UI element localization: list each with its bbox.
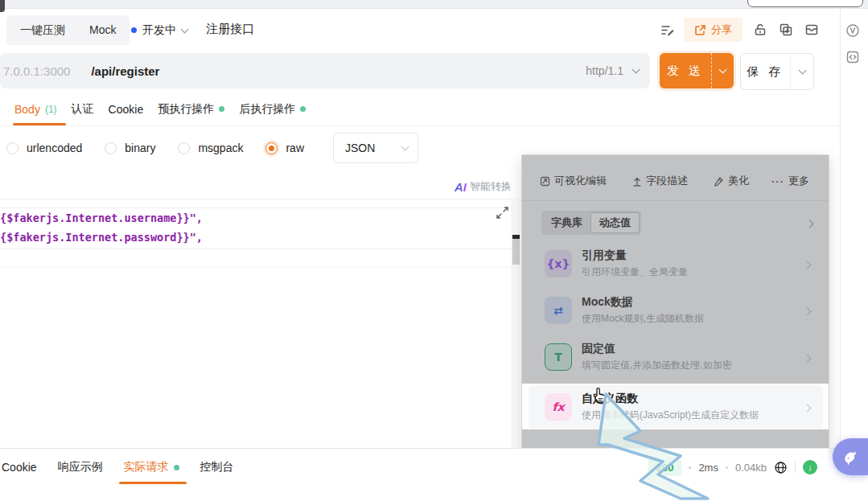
- ai-convert-button[interactable]: AI 智能转换: [0, 175, 512, 198]
- green-dot: [219, 106, 224, 112]
- share-button[interactable]: 分享: [684, 18, 743, 42]
- send-button[interactable]: 发 送: [660, 53, 734, 88]
- editor-scrollbar-thumb[interactable]: [512, 239, 520, 265]
- tutorial-dim-overlay-bottom: [522, 429, 829, 449]
- download-response-button[interactable]: ↓: [803, 460, 817, 474]
- window-remnant-left: [0, 0, 5, 12]
- protocol-value: http/1.1: [586, 64, 623, 77]
- radio-raw-label[interactable]: raw: [286, 142, 304, 154]
- send-dropdown[interactable]: [712, 53, 734, 88]
- active-tab-underline: [13, 123, 66, 125]
- green-dot: [174, 465, 179, 470]
- item-title: 自定义函数: [582, 392, 759, 406]
- status-select[interactable]: 开发中: [131, 15, 187, 45]
- item-desc: 使用脚本代码(JavaScript)生成自定义数据: [582, 409, 759, 422]
- tab-actual-request[interactable]: 实际请求: [124, 460, 179, 474]
- chevron-down-icon: [798, 67, 806, 75]
- tab-mock[interactable]: Mock: [77, 15, 128, 45]
- url-path: /api/register: [91, 64, 159, 78]
- tab-auth[interactable]: 认证: [72, 92, 94, 125]
- save-dropdown[interactable]: [791, 54, 813, 89]
- format-select[interactable]: JSON: [333, 133, 418, 163]
- unlock-icon[interactable]: [753, 23, 767, 37]
- save-label: 保 存: [741, 54, 791, 89]
- radio-urlencoded[interactable]: [6, 142, 19, 154]
- chevron-right-icon: [804, 400, 810, 413]
- green-dot: [300, 106, 306, 112]
- version-icon[interactable]: [845, 23, 860, 38]
- request-tabs: Body (1) 认证 Cookie 预执行操作 后执行操作: [0, 92, 840, 126]
- custom-function-icon: fx: [545, 393, 572, 421]
- tutorial-dim-overlay-top: [522, 155, 829, 384]
- body-type-options: urlencoded binary msgpack raw JSON: [6, 133, 418, 163]
- tab-response-cookie[interactable]: Cookie: [2, 461, 37, 474]
- response-time: 2ms: [698, 462, 718, 474]
- radio-msgpack-label[interactable]: msgpack: [198, 142, 243, 154]
- editor-divider: [0, 199, 512, 199]
- response-meta: 200 2ms 0.04kb ↓: [648, 459, 817, 476]
- separator-dot: [726, 466, 728, 469]
- item-text: 自定义函数 使用脚本代码(JavaScript)生成自定义数据: [582, 392, 759, 422]
- chevron-down-icon: [719, 66, 727, 74]
- tab-cookie[interactable]: Cookie: [109, 92, 144, 125]
- code-line-1[interactable]: {$fakerjs.Internet.username}}",: [0, 211, 203, 224]
- tab-cookie-label: Cookie: [109, 103, 144, 116]
- copy-add-icon[interactable]: [779, 23, 793, 37]
- share-icon: [694, 24, 706, 36]
- tab-auth-label: 认证: [72, 102, 94, 117]
- tab-label: 响应示例: [58, 460, 103, 474]
- active-bottom-tab-underline: [119, 482, 187, 484]
- edit-note-icon[interactable]: [660, 23, 675, 38]
- format-value: JSON: [345, 142, 375, 154]
- assistant-whale-icon: [837, 443, 863, 470]
- app-window: 一键压测 Mock 开发中 注册接口 分享: [0, 0, 868, 501]
- dynamic-value-popup: 可视化编辑 字段描述 美化 ··· 更多 字典库: [521, 154, 829, 449]
- ai-convert-label: 智能转换: [470, 179, 512, 194]
- code-line-2[interactable]: {$fakerjs.Internet.password}}",: [0, 231, 203, 244]
- tab-console[interactable]: 控制台: [200, 460, 234, 474]
- radio-binary[interactable]: [105, 142, 117, 154]
- top-window-strip: [0, 0, 868, 9]
- radio-msgpack[interactable]: [178, 142, 190, 154]
- assistant-whale-button[interactable]: [833, 438, 868, 475]
- save-button[interactable]: 保 存: [740, 53, 814, 90]
- tab-label: Cookie: [2, 461, 37, 474]
- url-input[interactable]: 7.0.0.1:3000 /api/register http/1.1: [0, 53, 650, 88]
- globe-icon[interactable]: [774, 461, 788, 474]
- status-dot: [131, 27, 137, 33]
- inbox-save-icon[interactable]: [804, 23, 819, 37]
- page-title: 注册接口: [206, 22, 254, 37]
- response-size: 0.04kb: [735, 462, 767, 474]
- tab-label: 控制台: [200, 460, 234, 474]
- ai-icon: AI: [455, 180, 467, 194]
- code-box-top: [0, 207, 512, 208]
- tab-load-test[interactable]: 一键压测: [8, 15, 77, 45]
- radio-urlencoded-label[interactable]: urlencoded: [27, 142, 82, 154]
- sidebar-divider: [840, 8, 841, 448]
- chevron-down-icon: [181, 25, 189, 33]
- expand-icon[interactable]: [496, 206, 509, 222]
- separator-dot: [689, 466, 691, 469]
- send-label: 发 送: [660, 53, 712, 88]
- status-label: 开发中: [142, 23, 176, 38]
- tab-post-actions[interactable]: 后执行操作: [239, 92, 306, 125]
- tab-label: 实际请求: [124, 460, 169, 474]
- tab-body-count: (1): [45, 104, 57, 115]
- code-panel-icon[interactable]: [845, 50, 860, 64]
- tab-body[interactable]: Body (1): [14, 92, 57, 125]
- window-remnant-right: [747, 0, 863, 7]
- chevron-down-icon: [401, 143, 409, 151]
- url-host: 7.0.0.1:3000: [3, 64, 70, 78]
- tab-post-actions-label: 后执行操作: [239, 102, 295, 117]
- tab-pre-actions[interactable]: 预执行操作: [158, 92, 224, 125]
- tab-response-example[interactable]: 响应示例: [58, 460, 103, 474]
- item-custom-function[interactable]: fx 自定义函数 使用脚本代码(JavaScript)生成自定义数据: [529, 385, 823, 429]
- radio-binary-label[interactable]: binary: [125, 142, 155, 154]
- separator-line: [795, 462, 796, 473]
- protocol-select[interactable]: http/1.1: [586, 64, 639, 77]
- status-code-badge: 200: [648, 459, 682, 476]
- share-label: 分享: [711, 23, 732, 37]
- editor-line: [0, 267, 512, 268]
- radio-raw[interactable]: [265, 142, 278, 154]
- tab-pre-actions-label: 预执行操作: [158, 102, 214, 117]
